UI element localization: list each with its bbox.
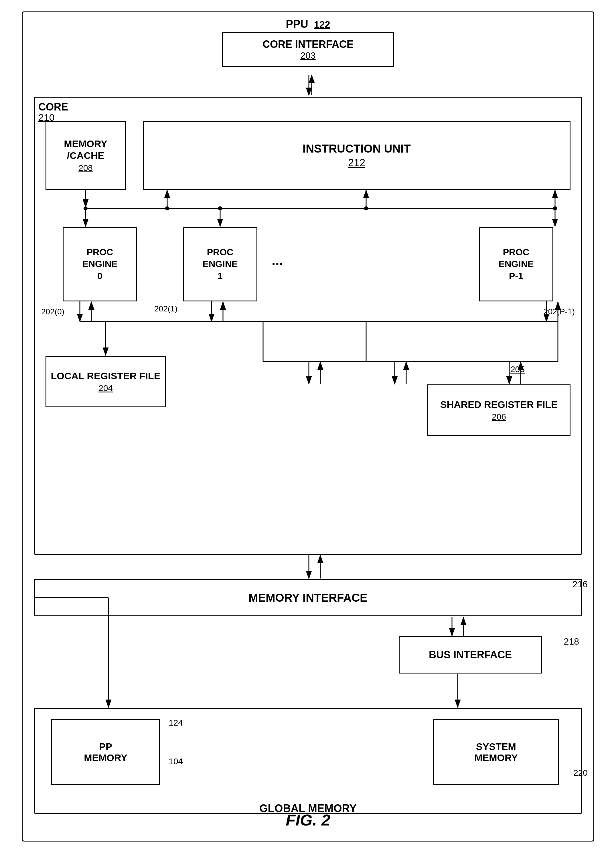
local-register-file-label: LOCAL REGISTER FILE	[51, 371, 160, 382]
core-interface-label: CORE INTERFACE	[232, 38, 384, 50]
core-interface-box: CORE INTERFACE 203	[222, 32, 394, 67]
memory-cache-box: MEMORY/CACHE 208	[46, 121, 126, 190]
proc-engine-1-label: PROCENGINE1	[203, 247, 238, 282]
ppu-ref: 122	[314, 19, 330, 30]
system-memory-box: SYSTEMMEMORY	[433, 719, 559, 785]
proc-engine-p1-label: PROCENGINEP-1	[499, 247, 534, 282]
system-memory-label: SYSTEMMEMORY	[474, 741, 518, 763]
proc-engine-0-box: PROCENGINE0	[63, 227, 137, 302]
memory-interface-box: MEMORY INTERFACE	[34, 579, 582, 616]
ref-202-p1: 202(P-1)	[544, 307, 575, 316]
shared-register-file-ref: 206	[492, 412, 506, 422]
instruction-unit-label: INSTRUCTION UNIT	[303, 142, 411, 155]
shared-register-file-box: SHARED REGISTER FILE 206	[427, 385, 570, 436]
local-register-file-ref: 204	[99, 383, 113, 393]
bus-interface-box: BUS INTERFACE	[399, 636, 542, 674]
bus-interface-ref: 218	[564, 636, 579, 647]
pp-memory-label: PPMEMORY	[84, 741, 127, 763]
proc-engine-0-label: PROCENGINE0	[82, 247, 118, 282]
shared-register-file-label: SHARED REGISTER FILE	[440, 399, 558, 410]
ref-220: 220	[574, 768, 588, 778]
ref-104: 104	[168, 757, 183, 766]
memory-cache-ref: 208	[79, 163, 93, 173]
core-label: CORE	[38, 101, 68, 113]
fig-label: FIG. 2	[286, 810, 330, 829]
ref-202-0: 202(0)	[41, 307, 64, 316]
local-register-file-box: LOCAL REGISTER FILE 204	[46, 356, 166, 407]
memory-interface-ref: 216	[572, 579, 588, 590]
ref-124: 124	[168, 718, 183, 727]
memory-interface-label: MEMORY INTERFACE	[248, 591, 368, 604]
ppu-text: PPU	[286, 18, 308, 30]
proc-engine-p1-box: PROCENGINEP-1	[479, 227, 553, 302]
ppu-label: PPU 122	[286, 18, 330, 30]
bus-interface-label: BUS INTERFACE	[429, 649, 512, 661]
ref-205: 205	[511, 364, 525, 374]
memory-cache-label: MEMORY/CACHE	[64, 138, 107, 162]
dots-label: ...	[272, 253, 283, 269]
ref-202-1: 202(1)	[154, 304, 178, 313]
pp-memory-box: PPMEMORY	[51, 719, 160, 785]
instruction-unit-box: INSTRUCTION UNIT 212	[143, 121, 570, 190]
proc-engine-1-box: PROCENGINE1	[183, 227, 257, 302]
diagram-container: PPU 122 CORE INTERFACE 203 CORE 210 MEMO…	[22, 11, 594, 842]
core-interface-ref: 203	[232, 50, 384, 61]
instruction-unit-ref: 212	[348, 157, 365, 169]
